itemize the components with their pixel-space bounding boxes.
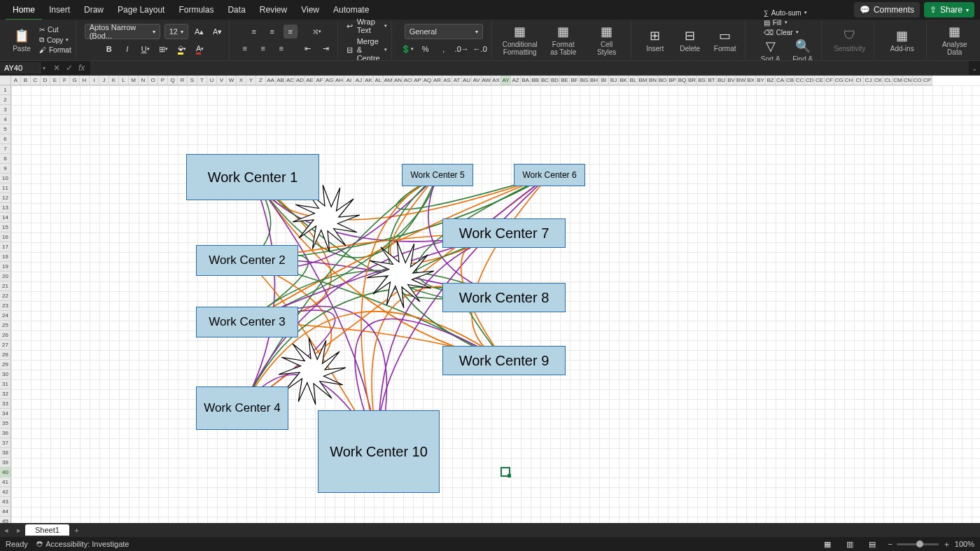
col-header[interactable]: CJ [864,76,874,85]
row-header[interactable]: 41 [0,477,11,487]
menu-tab-review[interactable]: Review [253,1,294,19]
work-center-shape-4[interactable]: Work Center 4 [196,386,288,430]
row-header[interactable]: 26 [0,330,11,340]
menu-tab-draw[interactable]: Draw [77,1,111,19]
row-header[interactable]: 37 [0,438,11,448]
col-header[interactable]: BG [580,76,589,85]
col-header[interactable]: C [31,76,41,85]
row-header[interactable]: 10 [0,174,11,183]
col-header[interactable]: AS [442,76,452,85]
row-header[interactable]: 4 [0,115,11,125]
col-header[interactable]: CI [854,76,864,85]
row-header[interactable]: 38 [0,448,11,458]
zoom-level[interactable]: 100% [955,540,974,548]
accounting-icon[interactable]: 💲▾ [400,42,414,56]
decrease-font-icon[interactable]: A▾ [211,25,225,39]
zoom-out-icon[interactable]: − [888,540,892,548]
row-header[interactable]: 24 [0,311,11,321]
col-header[interactable]: AD [295,76,305,85]
cut-button[interactable]: ✂Cut [39,25,71,34]
col-header[interactable]: BZ [766,76,776,85]
row-header[interactable]: 27 [0,340,11,350]
view-page-break-icon[interactable]: ▤ [865,537,879,551]
col-header[interactable]: F [60,76,70,85]
zoom-in-icon[interactable]: ＋ [943,539,951,550]
fill-button[interactable]: ▤Fill▾ [764,18,807,27]
column-headers[interactable]: ABCDEFGHIJKLMNOPQRSTUVWXYZAAABACADAEAFAG… [11,76,980,85]
decrease-indent-icon[interactable]: ⇤ [301,41,315,55]
col-header[interactable]: S [188,76,197,85]
enter-icon[interactable]: ✓ [66,63,73,73]
view-normal-icon[interactable]: ▦ [820,537,834,551]
work-center-shape-5[interactable]: Work Center 5 [402,164,473,186]
col-header[interactable]: D [41,76,50,85]
col-header[interactable]: AM [384,76,393,85]
delete-cells-button[interactable]: ⊟Delete [675,22,706,57]
percent-icon[interactable]: % [419,42,433,56]
cell-styles-button[interactable]: ▦Cell Styles [587,22,626,57]
col-header[interactable]: AH [335,76,344,85]
col-header[interactable]: AI [344,76,354,85]
menu-tab-formulas[interactable]: Formulas [172,1,220,19]
row-header[interactable]: 21 [0,281,11,291]
view-page-layout-icon[interactable]: ▥ [843,537,857,551]
row-header[interactable]: 31 [0,379,11,389]
col-header[interactable]: Q [168,76,178,85]
align-right-icon[interactable]: ≡ [274,41,288,55]
decrease-decimal-icon[interactable]: ←.0 [473,42,487,56]
fx-icon[interactable]: fx [78,63,85,73]
col-header[interactable]: AQ [423,76,433,85]
work-center-shape-6[interactable]: Work Center 6 [514,164,585,186]
row-header[interactable]: 44 [0,507,11,517]
row-header[interactable]: 25 [0,321,11,330]
row-header[interactable]: 16 [0,232,11,242]
add-sheet-button[interactable]: ＋ [69,525,85,536]
sheet-tab[interactable]: Sheet1 [25,524,69,536]
col-header[interactable]: AT [452,76,462,85]
row-header[interactable]: 12 [0,193,11,203]
col-header[interactable]: AP [413,76,423,85]
zoom-control[interactable]: − ＋ 100% [888,539,974,550]
row-header[interactable]: 35 [0,419,11,428]
row-header[interactable]: 15 [0,223,11,232]
col-header[interactable]: BI [599,76,609,85]
col-header[interactable]: BX [746,76,756,85]
row-header[interactable]: 30 [0,370,11,379]
col-header[interactable]: CF [825,76,834,85]
col-header[interactable]: BR [687,76,697,85]
autosum-button[interactable]: ∑Auto-sum▾ [764,8,807,18]
row-header[interactable]: 8 [0,154,11,164]
menu-tab-insert[interactable]: Insert [42,1,77,19]
col-header[interactable]: BN [648,76,658,85]
work-center-shape-7[interactable]: Work Center 7 [442,218,566,248]
number-format-select[interactable]: General▾ [405,24,483,39]
comma-icon[interactable]: , [437,42,451,56]
work-center-shape-2[interactable]: Work Center 2 [196,245,298,276]
menu-tab-page-layout[interactable]: Page Layout [111,1,172,19]
col-header[interactable]: AA [266,76,276,85]
align-top-icon[interactable]: ≡ [247,25,261,39]
work-center-shape-8[interactable]: Work Center 8 [442,283,566,312]
row-header[interactable]: 17 [0,242,11,252]
col-header[interactable]: BV [727,76,736,85]
row-header[interactable]: 13 [0,203,11,213]
align-left-icon[interactable]: ≡ [238,41,252,55]
col-header[interactable]: AY [501,76,511,85]
menu-tab-data[interactable]: Data [220,1,252,19]
col-header[interactable]: CK [874,76,883,85]
wrap-text-button[interactable]: ↩ Wrap Text ▾ [346,18,387,34]
col-header[interactable]: AG [325,76,335,85]
col-header[interactable]: CE [815,76,825,85]
conditional-formatting-button[interactable]: ▦Conditional Formatting [500,22,540,57]
col-header[interactable]: BM [638,76,648,85]
row-header[interactable]: 5 [0,125,11,134]
select-all-corner[interactable] [0,76,11,85]
col-header[interactable]: BA [521,76,531,85]
work-center-shape-3[interactable]: Work Center 3 [196,307,298,337]
col-header[interactable]: AL [374,76,384,85]
menu-tab-view[interactable]: View [294,1,326,19]
clear-button[interactable]: ⌫Clear▾ [764,28,807,37]
font-color-button[interactable]: A▾ [193,42,207,56]
col-header[interactable]: P [158,76,168,85]
explosion-shape[interactable] [279,337,346,405]
